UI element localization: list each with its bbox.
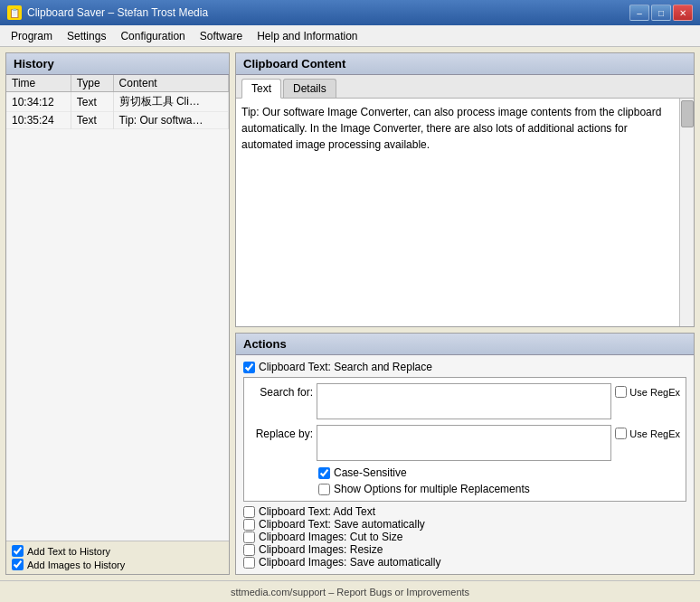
history-rows: 10:34:12Text剪切板工具 Cli…10:35:24TextTip: O… [6,92,229,129]
app-icon: 📋 [7,5,22,20]
add-text-to-history-label[interactable]: Add Text to History [12,545,223,557]
search-for-input[interactable] [317,383,611,419]
show-options-row: Show Options for multiple Replacements [318,483,680,495]
show-options-checkbox[interactable] [318,484,330,495]
replace-field-row: Replace by: Use RegEx [250,425,680,461]
maximize-button[interactable]: □ [651,5,671,21]
menu-help[interactable]: Help and Information [250,27,364,45]
col-type: Type [71,75,113,92]
history-checkboxes: Add Text to History Add Images to Histor… [6,541,229,574]
search-replace-toggle-row: Clipboard Text: Search and Replace [243,361,686,373]
other-action-label-0: Clipboard Text: Add Text [259,505,375,518]
search-regex-row: Use RegEx [615,383,680,398]
search-for-label: Search for: [250,383,313,399]
clipboard-text-content: Tip: Our software Image Converter, can a… [236,99,679,326]
table-row[interactable]: 10:34:12Text剪切板工具 Cli… [6,92,229,112]
replace-by-label: Replace by: [250,425,313,440]
cell-type: Text [71,92,113,112]
menu-settings[interactable]: Settings [60,27,113,45]
other-action-label-4: Clipboard Images: Save automatically [259,556,440,569]
add-text-to-history-checkbox[interactable] [12,545,24,557]
other-action-row-1: Clipboard Text: Save automatically [243,518,686,531]
show-options-label: Show Options for multiple Replacements [334,483,530,495]
other-actions: Clipboard Text: Add TextClipboard Text: … [243,505,686,569]
minimize-button[interactable]: – [629,5,649,21]
col-content: Content [113,75,228,92]
main-content: History Time Type Content 10:34:12Text剪切… [0,47,700,580]
history-panel: History Time Type Content 10:34:12Text剪切… [5,52,230,575]
col-time: Time [6,75,71,92]
close-button[interactable]: ✕ [673,5,693,21]
other-action-checkbox-0[interactable] [243,506,255,518]
actions-header: Actions [236,334,694,355]
actions-panel: Actions Clipboard Text: Search and Repla… [235,333,695,575]
replace-regex-checkbox[interactable] [615,428,627,439]
right-panel: Clipboard Content Text Details Tip: Our … [235,52,695,575]
other-action-row-0: Clipboard Text: Add Text [243,505,686,518]
other-action-label-3: Clipboard Images: Resize [259,543,383,556]
search-field-row: Search for: Use RegEx [250,383,680,419]
table-row[interactable]: 10:35:24TextTip: Our softwa… [6,112,229,129]
cell-content: Tip: Our softwa… [113,112,228,129]
cell-type: Text [71,112,113,129]
cell-content: 剪切板工具 Cli… [113,92,228,112]
cell-time: 10:35:24 [6,112,71,129]
history-table[interactable]: Time Type Content 10:34:12Text剪切板工具 Cli…… [6,75,229,541]
menu-configuration[interactable]: Configuration [113,27,192,45]
search-regex-checkbox[interactable] [615,386,627,398]
case-sensitive-label: Case-Sensitive [334,466,407,479]
window-controls: – □ ✕ [629,5,693,21]
add-images-to-history-text: Add Images to History [27,560,125,570]
other-action-label-2: Clipboard Images: Cut to Size [259,531,402,543]
menu-program[interactable]: Program [4,27,60,45]
search-replace-checkbox[interactable] [243,362,255,373]
other-action-checkbox-4[interactable] [243,557,255,569]
case-sensitive-checkbox[interactable] [318,467,330,479]
content-scroll-area: Tip: Our software Image Converter, can a… [236,99,694,326]
other-action-row-4: Clipboard Images: Save automatically [243,556,686,569]
actions-content: Clipboard Text: Search and Replace Searc… [236,355,694,574]
title-bar: 📋 Clipboard Saver – Stefan Trost Media –… [0,0,700,25]
history-header: History [6,53,229,75]
clipboard-content-panel: Clipboard Content Text Details Tip: Our … [235,52,695,327]
vertical-scrollbar[interactable] [679,99,694,326]
tab-details[interactable]: Details [283,79,336,98]
scrollbar-thumb[interactable] [681,100,694,127]
status-text: sttmedia.com/support – Report Bugs or Im… [231,587,469,597]
other-action-checkbox-2[interactable] [243,531,255,543]
other-action-checkbox-1[interactable] [243,519,255,531]
status-bar: sttmedia.com/support – Report Bugs or Im… [0,580,700,602]
other-action-checkbox-3[interactable] [243,544,255,556]
menu-software[interactable]: Software [193,27,250,45]
clipboard-content-header: Clipboard Content [236,53,694,75]
other-action-label-1: Clipboard Text: Save automatically [259,518,425,531]
replace-by-input[interactable] [317,425,611,461]
search-regex-label: Use RegEx [629,387,680,398]
cell-time: 10:34:12 [6,92,71,112]
history-data-table: Time Type Content 10:34:12Text剪切板工具 Cli…… [6,75,229,129]
case-sensitive-row: Case-Sensitive [318,466,680,479]
replace-regex-row: Use RegEx [615,425,680,439]
replace-regex-label: Use RegEx [629,428,680,439]
add-images-to-history-label[interactable]: Add Images to History [12,559,223,570]
menu-bar: Program Settings Configuration Software … [0,25,700,47]
add-text-to-history-text: Add Text to History [27,546,110,557]
other-action-row-3: Clipboard Images: Resize [243,543,686,556]
window-title: Clipboard Saver – Stefan Trost Media [27,6,624,19]
add-images-to-history-checkbox[interactable] [12,559,24,570]
other-action-row-2: Clipboard Images: Cut to Size [243,531,686,543]
search-replace-label: Clipboard Text: Search and Replace [259,361,432,373]
tab-text[interactable]: Text [241,79,281,99]
search-replace-section: Search for: Use RegEx Replace by: Use Re… [243,377,686,502]
tabs-bar: Text Details [236,75,694,99]
